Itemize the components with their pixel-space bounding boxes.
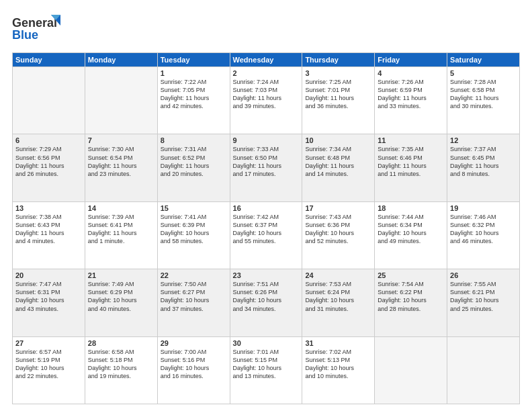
day-info: Sunrise: 7:26 AM Sunset: 6:59 PM Dayligh… <box>378 78 444 111</box>
day-info: Sunrise: 7:55 AM Sunset: 6:21 PM Dayligh… <box>450 280 517 313</box>
calendar-cell: 14Sunrise: 7:39 AM Sunset: 6:41 PM Dayli… <box>85 201 157 269</box>
day-info: Sunrise: 7:38 AM Sunset: 6:43 PM Dayligh… <box>15 213 82 246</box>
calendar-cell: 5Sunrise: 7:28 AM Sunset: 6:58 PM Daylig… <box>447 67 520 134</box>
day-number: 19 <box>450 204 517 212</box>
day-number: 12 <box>450 136 517 144</box>
svg-text:Blue: Blue <box>12 28 38 42</box>
calendar-cell: 9Sunrise: 7:33 AM Sunset: 6:50 PM Daylig… <box>230 134 302 201</box>
day-info: Sunrise: 7:34 AM Sunset: 6:48 PM Dayligh… <box>305 145 371 178</box>
day-number: 24 <box>305 271 371 279</box>
day-number: 23 <box>233 271 300 279</box>
calendar-dow-wednesday: Wednesday <box>230 53 302 67</box>
calendar-cell: 3Sunrise: 7:25 AM Sunset: 7:01 PM Daylig… <box>302 67 375 134</box>
calendar-cell <box>85 67 157 134</box>
day-info: Sunrise: 6:57 AM Sunset: 5:19 PM Dayligh… <box>15 348 82 381</box>
day-number: 15 <box>161 204 227 212</box>
day-info: Sunrise: 7:50 AM Sunset: 6:27 PM Dayligh… <box>161 280 227 313</box>
day-info: Sunrise: 7:01 AM Sunset: 5:15 PM Dayligh… <box>233 348 300 381</box>
page: General Blue SundayMondayTuesdayWednesda… <box>0 0 532 411</box>
day-number: 30 <box>233 339 300 347</box>
day-info: Sunrise: 7:31 AM Sunset: 6:52 PM Dayligh… <box>161 145 227 178</box>
calendar-dow-saturday: Saturday <box>447 53 520 67</box>
day-number: 14 <box>88 204 154 212</box>
day-number: 4 <box>378 69 444 77</box>
calendar-dow-thursday: Thursday <box>302 53 375 67</box>
day-info: Sunrise: 7:30 AM Sunset: 6:54 PM Dayligh… <box>88 145 154 178</box>
calendar-cell: 15Sunrise: 7:41 AM Sunset: 6:39 PM Dayli… <box>157 201 230 269</box>
day-number: 28 <box>88 339 154 347</box>
calendar-cell: 16Sunrise: 7:42 AM Sunset: 6:37 PM Dayli… <box>230 201 302 269</box>
day-info: Sunrise: 7:43 AM Sunset: 6:36 PM Dayligh… <box>305 213 371 246</box>
day-number: 10 <box>305 136 371 144</box>
day-number: 13 <box>15 204 82 212</box>
calendar-cell: 8Sunrise: 7:31 AM Sunset: 6:52 PM Daylig… <box>157 134 230 201</box>
day-info: Sunrise: 7:22 AM Sunset: 7:05 PM Dayligh… <box>161 78 227 111</box>
calendar-cell: 18Sunrise: 7:44 AM Sunset: 6:34 PM Dayli… <box>375 201 447 269</box>
day-info: Sunrise: 7:24 AM Sunset: 7:03 PM Dayligh… <box>233 78 300 111</box>
day-info: Sunrise: 7:29 AM Sunset: 6:56 PM Dayligh… <box>15 145 82 178</box>
calendar-cell: 22Sunrise: 7:50 AM Sunset: 6:27 PM Dayli… <box>157 269 230 336</box>
calendar-cell: 29Sunrise: 7:00 AM Sunset: 5:16 PM Dayli… <box>157 336 230 404</box>
day-number: 29 <box>161 339 227 347</box>
calendar-dow-monday: Monday <box>85 53 157 67</box>
day-number: 7 <box>88 136 154 144</box>
calendar-cell <box>13 67 85 134</box>
calendar-cell: 27Sunrise: 6:57 AM Sunset: 5:19 PM Dayli… <box>13 336 85 404</box>
calendar-cell: 26Sunrise: 7:55 AM Sunset: 6:21 PM Dayli… <box>447 269 520 336</box>
day-info: Sunrise: 7:41 AM Sunset: 6:39 PM Dayligh… <box>161 213 227 246</box>
calendar-cell: 28Sunrise: 6:58 AM Sunset: 5:18 PM Dayli… <box>85 336 157 404</box>
day-info: Sunrise: 7:51 AM Sunset: 6:26 PM Dayligh… <box>233 280 300 313</box>
day-info: Sunrise: 7:53 AM Sunset: 6:24 PM Dayligh… <box>305 280 371 313</box>
calendar-header-row: SundayMondayTuesdayWednesdayThursdayFrid… <box>13 53 520 67</box>
day-info: Sunrise: 7:54 AM Sunset: 6:22 PM Dayligh… <box>378 280 444 313</box>
day-info: Sunrise: 6:58 AM Sunset: 5:18 PM Dayligh… <box>88 348 154 381</box>
day-info: Sunrise: 7:02 AM Sunset: 5:13 PM Dayligh… <box>305 348 371 381</box>
day-info: Sunrise: 7:28 AM Sunset: 6:58 PM Dayligh… <box>450 78 517 111</box>
day-info: Sunrise: 7:47 AM Sunset: 6:31 PM Dayligh… <box>15 280 82 313</box>
header: General Blue <box>12 12 520 47</box>
calendar-cell: 10Sunrise: 7:34 AM Sunset: 6:48 PM Dayli… <box>302 134 375 201</box>
calendar-week-5: 27Sunrise: 6:57 AM Sunset: 5:19 PM Dayli… <box>13 336 520 404</box>
day-info: Sunrise: 7:37 AM Sunset: 6:45 PM Dayligh… <box>450 145 517 178</box>
day-number: 20 <box>15 271 82 279</box>
calendar-table: SundayMondayTuesdayWednesdayThursdayFrid… <box>12 52 520 404</box>
day-number: 22 <box>161 271 227 279</box>
calendar-cell: 20Sunrise: 7:47 AM Sunset: 6:31 PM Dayli… <box>13 269 85 336</box>
calendar-cell: 6Sunrise: 7:29 AM Sunset: 6:56 PM Daylig… <box>13 134 85 201</box>
calendar-week-1: 1Sunrise: 7:22 AM Sunset: 7:05 PM Daylig… <box>13 67 520 134</box>
logo: General Blue <box>12 12 73 47</box>
day-number: 2 <box>233 69 300 77</box>
calendar-week-3: 13Sunrise: 7:38 AM Sunset: 6:43 PM Dayli… <box>13 201 520 269</box>
calendar-dow-friday: Friday <box>375 53 447 67</box>
day-number: 5 <box>450 69 517 77</box>
calendar-dow-sunday: Sunday <box>13 53 85 67</box>
day-info: Sunrise: 7:33 AM Sunset: 6:50 PM Dayligh… <box>233 145 300 178</box>
day-number: 18 <box>378 204 444 212</box>
day-number: 21 <box>88 271 154 279</box>
calendar-cell: 23Sunrise: 7:51 AM Sunset: 6:26 PM Dayli… <box>230 269 302 336</box>
day-number: 11 <box>378 136 444 144</box>
calendar-cell: 12Sunrise: 7:37 AM Sunset: 6:45 PM Dayli… <box>447 134 520 201</box>
calendar-cell: 11Sunrise: 7:35 AM Sunset: 6:46 PM Dayli… <box>375 134 447 201</box>
calendar-cell <box>375 336 447 404</box>
day-info: Sunrise: 7:44 AM Sunset: 6:34 PM Dayligh… <box>378 213 444 246</box>
calendar-week-2: 6Sunrise: 7:29 AM Sunset: 6:56 PM Daylig… <box>13 134 520 201</box>
calendar-cell: 25Sunrise: 7:54 AM Sunset: 6:22 PM Dayli… <box>375 269 447 336</box>
calendar-dow-tuesday: Tuesday <box>157 53 230 67</box>
calendar-cell: 30Sunrise: 7:01 AM Sunset: 5:15 PM Dayli… <box>230 336 302 404</box>
calendar-cell: 2Sunrise: 7:24 AM Sunset: 7:03 PM Daylig… <box>230 67 302 134</box>
day-info: Sunrise: 7:42 AM Sunset: 6:37 PM Dayligh… <box>233 213 300 246</box>
day-info: Sunrise: 7:46 AM Sunset: 6:32 PM Dayligh… <box>450 213 517 246</box>
calendar-cell: 24Sunrise: 7:53 AM Sunset: 6:24 PM Dayli… <box>302 269 375 336</box>
calendar-cell <box>447 336 520 404</box>
day-info: Sunrise: 7:39 AM Sunset: 6:41 PM Dayligh… <box>88 213 154 246</box>
day-number: 31 <box>305 339 371 347</box>
day-info: Sunrise: 7:49 AM Sunset: 6:29 PM Dayligh… <box>88 280 154 313</box>
day-number: 25 <box>378 271 444 279</box>
svg-text:General: General <box>12 16 57 30</box>
calendar-cell: 17Sunrise: 7:43 AM Sunset: 6:36 PM Dayli… <box>302 201 375 269</box>
calendar-cell: 19Sunrise: 7:46 AM Sunset: 6:32 PM Dayli… <box>447 201 520 269</box>
day-info: Sunrise: 7:25 AM Sunset: 7:01 PM Dayligh… <box>305 78 371 111</box>
day-number: 16 <box>233 204 300 212</box>
day-number: 9 <box>233 136 300 144</box>
